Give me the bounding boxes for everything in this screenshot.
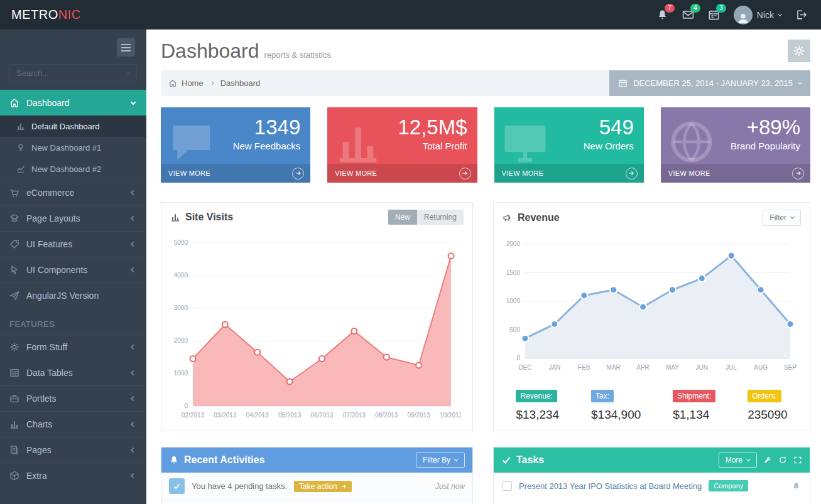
lightbulb-icon	[16, 143, 25, 152]
activity-checkbox[interactable]	[169, 478, 185, 494]
sidebar-subitem-new-dashboard-1[interactable]: New Dashboard #1	[0, 137, 146, 158]
chevron-left-icon	[131, 216, 136, 221]
chevron-left-icon	[131, 190, 136, 195]
page-settings-button[interactable]	[788, 40, 810, 62]
stat-tile-brand-popularity[interactable]: +89% Brand Popularity VIEW MORE	[661, 107, 810, 183]
arrow-right-icon	[292, 168, 304, 180]
sidebar-item-data-tables[interactable]: Data Tables	[0, 360, 146, 385]
bell-icon[interactable]	[791, 481, 801, 491]
stat-label: New Feedbacks	[161, 139, 310, 151]
view-more-link[interactable]: VIEW MORE	[327, 164, 477, 183]
svg-text:03/2013: 03/2013	[214, 412, 237, 419]
cube-icon	[9, 471, 19, 481]
revenue-chart: 0500100015002000DECJANFEBMARAPRMAYJUNJUL…	[500, 235, 800, 375]
stat-badge: Orders:	[748, 390, 781, 402]
chevron-down-icon	[798, 80, 802, 84]
tasks-more-button[interactable]: More	[719, 453, 757, 468]
sidebar-item-page-layouts[interactable]: Page Layouts	[0, 205, 146, 231]
layers-icon	[9, 213, 19, 223]
sidebar-toggle-button[interactable]	[117, 38, 135, 56]
stat-value: 235090	[748, 408, 787, 422]
svg-text:4000: 4000	[174, 272, 188, 279]
svg-text:2000: 2000	[506, 240, 521, 247]
sidebar-item-form-stuff[interactable]: Form Stuff	[0, 334, 146, 360]
sidebar-item-pages[interactable]: Pages	[0, 437, 146, 463]
site-visits-chart: 01000200030004000500002/201303/201304/20…	[168, 234, 461, 422]
revenue-filter-button[interactable]: Filter	[763, 210, 801, 226]
topbar: METRONIC 7 4 3 Nick	[0, 0, 821, 29]
stat-tile-new-orders[interactable]: 549 New Orders VIEW MORE	[494, 107, 644, 183]
pages-icon	[9, 445, 19, 455]
svg-text:0: 0	[516, 355, 520, 362]
view-more-link[interactable]: VIEW MORE	[661, 164, 810, 183]
notifications-button[interactable]: 7	[656, 9, 668, 21]
stat-badge: Tax:	[591, 390, 614, 402]
user-menu[interactable]: Nick	[734, 6, 781, 24]
chevron-left-icon	[131, 422, 136, 427]
activities-filter-by-button[interactable]: Filter By	[416, 453, 465, 468]
chevron-down-icon	[778, 11, 782, 16]
svg-text:1000: 1000	[506, 298, 521, 304]
svg-text:JUN: JUN	[696, 364, 708, 371]
view-more-link[interactable]: VIEW MORE	[494, 164, 644, 183]
stat-value: +89%	[661, 107, 810, 139]
revenue-portlet: Revenue Filter 0500100015002000DECJANFEB…	[493, 202, 810, 431]
sidebar-subitem-new-dashboard-2[interactable]: New Dashboard #2	[0, 158, 146, 180]
revenue-stats: Revenue: $13,234 Tax: $134,900 Shipment:…	[494, 383, 810, 431]
stat-label: Brand Popularity	[661, 139, 810, 151]
stat-label: Total Profit	[327, 139, 477, 151]
notifications-count-badge: 7	[665, 4, 675, 13]
wrench-icon[interactable]	[763, 456, 772, 464]
logout-icon	[795, 9, 807, 21]
chevron-down-icon	[131, 99, 136, 104]
sidebar-subitem-default-dashboard[interactable]: Default Dashboard	[0, 115, 146, 137]
search-icon[interactable]	[127, 69, 130, 78]
app-logo[interactable]: METRONIC	[0, 8, 146, 22]
search-input[interactable]	[16, 68, 127, 78]
main-content: Dashboardreports & statistics Home Dashb…	[146, 29, 821, 504]
stat-tile-total-profit[interactable]: 12,5M$ Total Profit VIEW MORE	[327, 107, 477, 183]
sidebar-item-dashboard[interactable]: Dashboard	[0, 90, 146, 115]
inbox-count-badge: 4	[690, 4, 700, 13]
site-visits-new-button[interactable]: New	[388, 210, 417, 225]
logo-text-nic: NIC	[58, 8, 81, 21]
view-more-link[interactable]: VIEW MORE	[161, 164, 310, 183]
svg-text:10/2013: 10/2013	[440, 412, 461, 419]
todo-count-badge: 3	[716, 4, 726, 13]
task-checkbox[interactable]	[503, 481, 512, 491]
bar-chart-icon	[16, 122, 25, 131]
breadcrumb-home-link[interactable]: Home	[182, 78, 204, 88]
sidebar-item-extra[interactable]: Extra	[0, 463, 146, 488]
logout-button[interactable]	[795, 9, 807, 21]
chevron-left-icon	[131, 345, 136, 350]
expand-icon[interactable]	[793, 456, 802, 464]
take-action-badge[interactable]: Take action	[294, 481, 352, 492]
sidebar-item-charts[interactable]: Charts	[0, 411, 146, 437]
svg-text:1500: 1500	[506, 269, 521, 276]
sidebar-item-ui-components[interactable]: UI Components	[0, 257, 146, 282]
sidebar-item-portlets[interactable]: Portlets	[0, 385, 146, 411]
svg-text:5000: 5000	[174, 239, 188, 246]
svg-text:FEB: FEB	[578, 364, 590, 371]
sidebar-item-angularjs-version[interactable]: AngularJS Version	[0, 282, 146, 308]
stat-label: New Orders	[494, 139, 644, 151]
stat-value: $1,134	[673, 408, 715, 422]
check-icon	[173, 482, 181, 490]
stat-badge: Shipment:	[673, 390, 715, 402]
svg-text:MAY: MAY	[666, 364, 679, 371]
stat-tile-new-feedbacks[interactable]: 1349 New Feedbacks VIEW MORE	[161, 107, 310, 183]
sidebar-item-ui-features[interactable]: UI Features	[0, 231, 146, 257]
date-range-picker[interactable]: DECEMBER 25, 2014 - JANUARY 23, 2015	[609, 70, 810, 96]
stat-value: 12,5M$	[327, 107, 477, 139]
site-visits-returning-button[interactable]: Returning	[417, 210, 464, 225]
inbox-button[interactable]: 4	[682, 9, 694, 21]
date-range-label: DECEMBER 25, 2014 - JANUARY 23, 2015	[633, 78, 793, 88]
task-text[interactable]: Present 2013 Year IPO Statistics at Boar…	[519, 481, 702, 491]
bar-chart-icon	[9, 419, 19, 429]
svg-text:SEP: SEP	[784, 364, 797, 371]
person-icon	[737, 12, 749, 24]
todo-button[interactable]: 3	[708, 9, 720, 21]
sidebar-item-ecommerce[interactable]: eCommerce	[0, 180, 146, 205]
refresh-icon[interactable]	[778, 456, 787, 464]
chevron-left-icon	[131, 242, 136, 247]
